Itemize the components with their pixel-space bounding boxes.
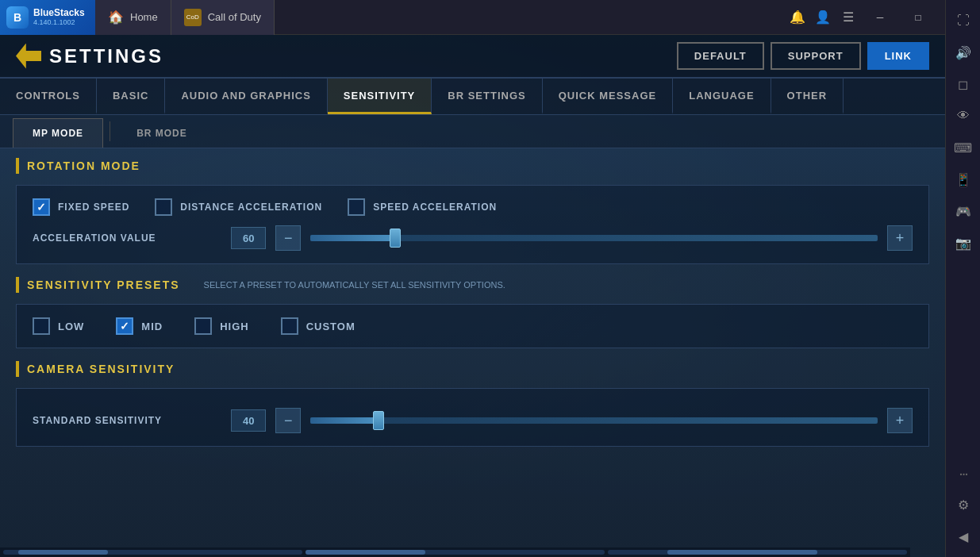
scroll-track-1[interactable] [3, 550, 302, 555]
sensitivity-presets-section: SENSITIVITY PRESETS SELECT A PRESET TO A… [16, 277, 929, 348]
acceleration-slider-track[interactable] [310, 235, 878, 241]
app-logo: B BlueStacks 4.140.1.1002 [0, 0, 95, 35]
tab-basic[interactable]: BASIC [97, 79, 165, 114]
preset-mid-checkbox[interactable] [116, 317, 133, 335]
standard-sensitivity-track[interactable] [310, 417, 878, 424]
tab-sensitivity[interactable]: SENSITIVITY [328, 79, 432, 114]
distance-accel-checkbox[interactable] [155, 198, 172, 216]
tab-controls[interactable]: CONTROLS [0, 79, 97, 114]
keyboard-icon[interactable]: ⌨ [949, 133, 978, 162]
standard-sensitivity-plus-btn[interactable]: + [887, 408, 913, 433]
cod-tab[interactable]: CoD Call of Duty [171, 0, 275, 35]
camera-sensitivity-title: CAMERA SENSITIVITY [27, 363, 175, 375]
standard-sensitivity-thumb[interactable] [373, 411, 384, 430]
scroll-thumb-2[interactable] [306, 550, 425, 555]
distance-accel-item[interactable]: DISTANCE ACCELERATION [155, 198, 322, 216]
scroll-track-3[interactable] [608, 550, 907, 555]
acceleration-slider-fill [310, 235, 395, 241]
tab-quick-message[interactable]: QUICK MESSAGE [543, 79, 674, 114]
tab-other[interactable]: OTHER [771, 79, 844, 114]
speed-accel-label: SPEED ACCELERATION [373, 202, 497, 213]
tabs-row: CONTROLS BASIC AUDIO AND GRAPHICS SENSIT… [0, 79, 945, 115]
standard-sensitivity-row: STANDARD SENSITIVITY 40 − + [33, 408, 913, 433]
default-button[interactable]: DEFAULT [677, 42, 764, 70]
volume-icon[interactable]: 🔊 [949, 38, 978, 67]
rotation-mode-body: FIXED SPEED DISTANCE ACCELERATION SPEED … [16, 185, 929, 264]
preset-high-label: HIGH [220, 321, 249, 332]
scroll-track-2[interactable] [306, 550, 605, 555]
fixed-speed-checkbox[interactable] [33, 198, 50, 216]
standard-sensitivity-minus-btn[interactable]: − [275, 408, 301, 433]
sub-tabs: MP MODE BR MODE [0, 115, 945, 148]
home-tab[interactable]: 🏠 Home [95, 0, 171, 35]
rotation-options-row: FIXED SPEED DISTANCE ACCELERATION SPEED … [33, 198, 913, 216]
logo-icon: B [6, 6, 29, 29]
sensitivity-presets-note: SELECT A PRESET TO AUTOMATICALLY SET ALL… [204, 280, 505, 290]
rotation-mode-header: ROTATION MODE [16, 158, 929, 174]
fixed-speed-label: FIXED SPEED [58, 202, 129, 213]
preset-mid-item[interactable]: MID [116, 317, 163, 335]
minimize-btn[interactable]: ─ [866, 10, 894, 25]
back-icon[interactable]: ◀ [949, 522, 978, 551]
logo-text: BlueStacks 4.140.1.1002 [33, 7, 85, 27]
standard-sensitivity-label: STANDARD SENSITIVITY [33, 415, 221, 426]
restore-btn[interactable]: □ [904, 10, 932, 25]
preset-high-checkbox[interactable] [194, 317, 212, 335]
tab-br-settings[interactable]: BR SETTINGS [432, 79, 542, 114]
bottom-scrollbar[interactable] [0, 547, 910, 557]
camera-icon[interactable]: 📷 [949, 229, 978, 257]
main-content: SETTINGS DEFAULT SUPPORT LINK CONTROLS B… [0, 35, 945, 557]
preset-custom-label: CUSTOM [306, 321, 355, 332]
gamepad-icon[interactable]: 🎮 [949, 197, 978, 225]
notification-btn[interactable]: 🔔 [790, 10, 805, 25]
speed-accel-item[interactable]: SPEED ACCELERATION [348, 198, 497, 216]
support-button[interactable]: SUPPORT [771, 42, 861, 70]
section-bar-camera-icon [16, 361, 19, 377]
preset-custom-checkbox[interactable] [281, 317, 298, 335]
sub-tab-divider [110, 121, 110, 141]
scroll-thumb-1[interactable] [18, 550, 108, 555]
sub-tab-br-mode[interactable]: BR MODE [117, 118, 207, 148]
settings-back-btn[interactable]: SETTINGS [16, 44, 163, 69]
section-bar-icon [16, 158, 19, 174]
sub-tab-mp-mode[interactable]: MP MODE [13, 118, 103, 148]
rotation-mode-title: ROTATION MODE [27, 159, 140, 172]
preset-low-checkbox[interactable] [33, 317, 50, 335]
acceleration-plus-btn[interactable]: + [887, 225, 913, 251]
eye-icon[interactable]: 👁 [949, 102, 978, 130]
acceleration-minus-btn[interactable]: − [275, 225, 301, 251]
cod-icon: CoD [184, 9, 202, 26]
header-buttons: DEFAULT SUPPORT LINK [677, 42, 929, 70]
preset-mid-label: MID [141, 321, 163, 332]
expand-icon[interactable]: ⛶ [949, 6, 978, 35]
acceleration-slider-thumb[interactable] [390, 229, 401, 248]
acceleration-value-display: 60 [231, 227, 266, 249]
distance-accel-label: DISTANCE ACCELERATION [180, 202, 322, 213]
account-btn[interactable]: 👤 [815, 10, 831, 25]
more-icon[interactable]: ··· [949, 459, 978, 487]
preset-custom-item[interactable]: CUSTOM [281, 317, 355, 335]
settings-header: SETTINGS DEFAULT SUPPORT LINK [0, 35, 945, 79]
phone-icon[interactable]: 📱 [949, 165, 978, 194]
preset-low-label: LOW [58, 321, 84, 332]
fullscreen-icon[interactable]: ◻ [949, 70, 978, 98]
tab-language[interactable]: LANGUAGE [673, 79, 771, 114]
preset-low-item[interactable]: LOW [33, 317, 84, 335]
scroll-thumb-3[interactable] [667, 550, 817, 555]
section-bar-presets-icon [16, 277, 19, 293]
settings-icon[interactable]: ⚙ [949, 490, 978, 519]
sensitivity-presets-body: LOW MID HIGH CUSTOM [16, 304, 929, 348]
standard-sensitivity-value: 40 [231, 409, 266, 432]
menu-btn[interactable]: ☰ [840, 10, 856, 25]
sensitivity-presets-header: SENSITIVITY PRESETS SELECT A PRESET TO A… [16, 277, 929, 293]
back-arrow-icon [16, 44, 41, 69]
link-button[interactable]: LINK [867, 42, 929, 70]
fixed-speed-item[interactable]: FIXED SPEED [33, 198, 129, 216]
acceleration-value-row: ACCELERATION VALUE 60 − + [33, 225, 913, 251]
speed-accel-checkbox[interactable] [348, 198, 365, 216]
camera-sensitivity-header: CAMERA SENSITIVITY [16, 361, 929, 377]
standard-sensitivity-fill [310, 417, 379, 424]
tab-audio-graphics[interactable]: AUDIO AND GRAPHICS [165, 79, 327, 114]
preset-high-item[interactable]: HIGH [194, 317, 249, 335]
titlebar: B BlueStacks 4.140.1.1002 🏠 Home CoD Cal… [0, 0, 980, 35]
